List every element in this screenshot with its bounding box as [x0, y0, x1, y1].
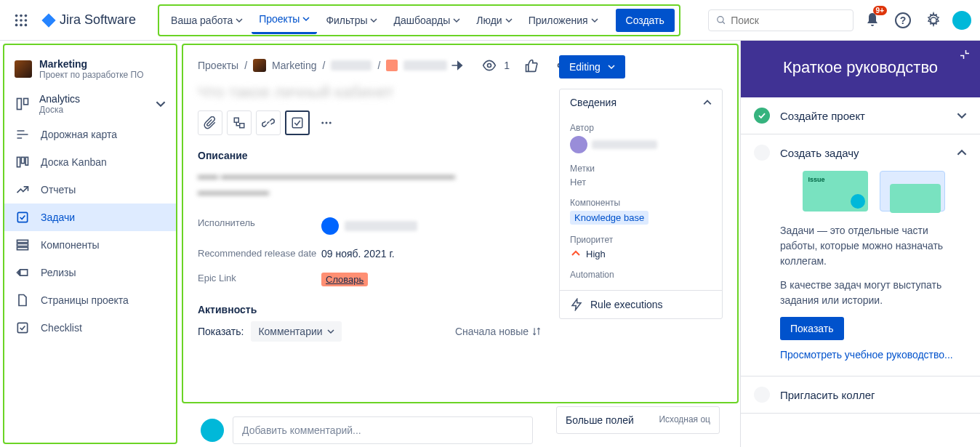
attach-button[interactable] — [198, 110, 222, 135]
project-sidebar: Marketing Проект по разработке ПО Analyt… — [3, 44, 177, 444]
components-icon — [15, 238, 31, 252]
svg-point-40 — [326, 122, 328, 124]
check-pending-icon — [754, 145, 770, 161]
priority-high-icon — [570, 248, 582, 259]
search-input[interactable] — [708, 9, 854, 31]
board-icon — [15, 97, 31, 111]
create-button[interactable]: Создать — [616, 9, 675, 32]
reports-icon — [15, 182, 31, 197]
labels-label: Метки — [570, 164, 712, 174]
sidebar-item-checklist[interactable]: Checklist — [4, 314, 176, 342]
svg-rect-22 — [17, 240, 28, 242]
sidebar-item-issues[interactable]: Задачи — [4, 204, 176, 231]
chevron-down-icon — [327, 328, 334, 335]
nav-your-work[interactable]: Ваша работа — [164, 10, 250, 31]
vote-icon[interactable] — [521, 55, 542, 76]
nav-filters[interactable]: Фильтры — [318, 10, 385, 31]
epic-link-label: Epic Link — [198, 273, 321, 286]
nav-apps[interactable]: Приложения — [521, 10, 606, 31]
project-header[interactable]: Marketing Проект по разработке ПО — [4, 51, 176, 87]
breadcrumb-projects[interactable]: Проекты — [198, 60, 238, 71]
link-button[interactable] — [256, 110, 281, 135]
automation-rule-executions[interactable]: Rule executions — [560, 290, 722, 318]
activity-filter-dropdown[interactable]: Комментарии — [251, 321, 341, 342]
sidebar-item-releases[interactable]: Релизы — [4, 259, 176, 286]
notifications-icon[interactable]: 9+ — [861, 9, 884, 32]
status-dropdown[interactable]: Editing — [559, 55, 625, 78]
author-value[interactable] — [570, 136, 712, 153]
svg-rect-23 — [17, 243, 28, 246]
priority-value[interactable]: High — [570, 248, 712, 259]
labels-value[interactable]: Нет — [570, 177, 712, 188]
tutorial-link[interactable]: Просмотреть учебное руководство... — [780, 347, 967, 363]
quickstart-header: Краткое руководство — [741, 41, 980, 94]
feedback-icon[interactable] — [447, 55, 467, 76]
show-me-button[interactable]: Показать — [780, 317, 844, 340]
kanban-icon — [15, 155, 31, 169]
svg-point-41 — [329, 122, 332, 124]
sidebar-item-pages[interactable]: Страницы проекта — [4, 286, 176, 314]
description-blurred: ▬▬ ▬▬▬▬▬▬▬▬▬▬▬▬▬▬▬▬▬▬▬▬▬▬▬▬▬▬▬▬▬▬ — [198, 167, 542, 200]
release-date-value[interactable]: 09 нояб. 2021 г. — [321, 248, 542, 259]
chevron-down-icon — [608, 63, 615, 71]
check-pending-icon — [754, 387, 770, 403]
search-field[interactable] — [731, 15, 846, 26]
help-icon[interactable]: ? — [891, 9, 915, 32]
sort-icon — [531, 326, 542, 337]
nav-projects[interactable]: Проекты — [252, 9, 317, 34]
jira-icon — [41, 12, 57, 28]
description-label: Описание — [198, 150, 542, 161]
jira-logo[interactable]: Jira Software — [36, 12, 140, 28]
project-avatar — [15, 60, 32, 78]
svg-point-1 — [20, 14, 23, 17]
checkbox-button[interactable] — [285, 110, 310, 135]
issues-icon — [15, 210, 31, 225]
issue-type-icon — [386, 60, 398, 71]
automation-label: Automation — [570, 270, 712, 280]
logo-text: Jira Software — [60, 12, 136, 28]
more-fields-panel[interactable]: Больше полей Исходная оц — [556, 406, 720, 434]
epic-link-tag[interactable]: Словарь — [321, 273, 368, 286]
sidebar-item-kanban[interactable]: Доска Kanban — [4, 148, 176, 176]
svg-rect-37 — [240, 124, 244, 128]
issue-toolbar — [198, 110, 542, 135]
main-nav: Ваша работа Проекты Фильтры Дашбоарды Лю… — [158, 4, 680, 36]
breadcrumb-blurred — [331, 60, 371, 71]
roadmap-icon — [15, 127, 31, 142]
activity-show-label: Показать: — [198, 326, 244, 337]
sidebar-item-components[interactable]: Компоненты — [4, 231, 176, 259]
comment-input[interactable]: Добавить комментарий... — [233, 416, 533, 444]
lightning-icon — [570, 298, 583, 311]
release-date-label: Recommended release date — [198, 248, 321, 259]
sidebar-item-roadmap[interactable]: Дорожная карта — [4, 121, 176, 148]
releases-icon — [15, 265, 31, 280]
component-tag[interactable]: Knowledge base — [570, 211, 648, 225]
user-avatar[interactable] — [952, 11, 971, 30]
app-switcher-icon[interactable] — [9, 8, 33, 33]
nav-dashboards[interactable]: Дашбоарды — [386, 10, 467, 31]
nav-people[interactable]: Люди — [469, 10, 519, 31]
svg-line-10 — [723, 21, 725, 23]
breadcrumb-project[interactable]: Marketing — [272, 60, 316, 71]
svg-point-0 — [15, 14, 18, 17]
svg-point-8 — [25, 23, 28, 26]
details-panel-header[interactable]: Сведения — [560, 89, 722, 116]
assignee-value[interactable] — [321, 217, 542, 235]
chevron-down-icon — [156, 99, 166, 109]
activity-sort[interactable]: Сначала новые — [455, 326, 542, 337]
svg-text:?: ? — [900, 15, 907, 26]
svg-point-2 — [25, 14, 28, 17]
watch-icon[interactable] — [479, 55, 499, 76]
minimize-icon[interactable] — [958, 48, 971, 61]
more-tools-button[interactable] — [314, 110, 339, 135]
svg-point-5 — [25, 19, 28, 22]
svg-point-7 — [20, 23, 23, 26]
subtask-button[interactable] — [227, 110, 252, 135]
top-navigation: Jira Software Ваша работа Проекты Фильтр… — [0, 0, 980, 41]
svg-rect-14 — [24, 99, 28, 105]
settings-icon[interactable] — [922, 9, 945, 32]
sidebar-item-reports[interactable]: Отчеты — [4, 176, 176, 204]
board-selector[interactable]: Analytics Доска — [4, 87, 176, 121]
guide-step-create-issue: Создать задачу Issue Задачи — это отдель… — [741, 134, 980, 376]
components-label: Компоненты — [570, 198, 712, 208]
